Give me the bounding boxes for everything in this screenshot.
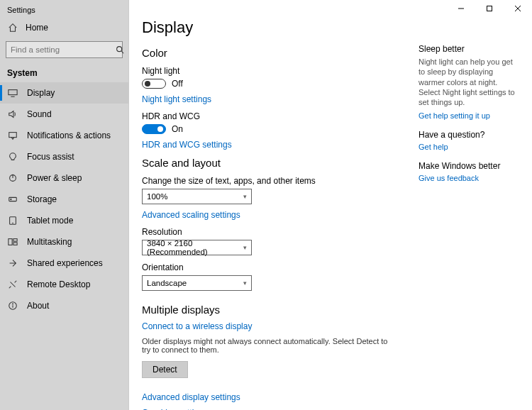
power-icon xyxy=(7,172,18,184)
sidebar-item-tablet-mode[interactable]: Tablet mode xyxy=(0,210,128,231)
connect-wireless-link[interactable]: Connect to a wireless display xyxy=(142,321,400,331)
sidebar-item-sound[interactable]: Sound xyxy=(0,104,128,125)
home-nav[interactable]: Home xyxy=(0,17,128,38)
svg-line-5 xyxy=(121,51,124,54)
feedback-link[interactable]: Give us feedback xyxy=(419,174,516,182)
tablet-icon xyxy=(7,215,18,226)
sidebar-item-multitasking[interactable]: Multitasking xyxy=(0,231,128,253)
sidebar-item-display[interactable]: Display xyxy=(0,82,128,104)
advanced-scaling-link[interactable]: Advanced scaling settings xyxy=(142,210,400,220)
section-color: Color xyxy=(142,47,400,59)
sound-icon xyxy=(7,109,18,120)
scale-label: Change the size of text, apps, and other… xyxy=(142,176,400,186)
question-title: Have a question? xyxy=(419,130,516,140)
search-input[interactable] xyxy=(11,45,115,54)
sidebar-item-power-sleep[interactable]: Power & sleep xyxy=(0,167,128,189)
search-icon xyxy=(115,44,125,55)
feedback-title: Make Windows better xyxy=(419,161,516,171)
notifications-icon xyxy=(7,130,18,141)
get-help-link[interactable]: Get help xyxy=(419,143,516,151)
svg-point-12 xyxy=(11,199,11,199)
multitasking-icon xyxy=(7,236,18,248)
about-icon xyxy=(7,300,18,311)
sidebar-item-about[interactable]: About xyxy=(0,295,128,316)
page-title: Display xyxy=(142,18,400,37)
display-icon xyxy=(7,87,18,99)
resolution-dropdown[interactable]: 3840 × 2160 (Recommended) ▾ xyxy=(142,240,252,255)
sleep-better-title: Sleep better xyxy=(419,44,516,54)
main-content: Display Color Night light Off Night ligh… xyxy=(129,0,413,410)
sidebar-item-shared-experiences[interactable]: Shared experiences xyxy=(0,253,128,274)
night-light-state: Off xyxy=(172,79,183,89)
search-box[interactable] xyxy=(6,41,123,58)
home-icon xyxy=(7,22,18,33)
svg-rect-8 xyxy=(9,133,17,138)
maximize-button[interactable] xyxy=(475,0,504,17)
close-button[interactable] xyxy=(504,0,532,17)
night-light-toggle[interactable] xyxy=(142,79,166,89)
sleep-help-link[interactable]: Get help setting it up xyxy=(419,111,516,120)
chevron-down-icon: ▾ xyxy=(243,279,247,287)
sidebar-item-focus-assist[interactable]: Focus assist xyxy=(0,146,128,167)
svg-rect-15 xyxy=(9,239,12,245)
remote-icon xyxy=(7,279,18,290)
window-title: Settings xyxy=(0,0,128,17)
minimize-button[interactable] xyxy=(447,0,475,17)
svg-rect-16 xyxy=(13,239,17,242)
section-scale: Scale and layout xyxy=(142,157,400,169)
sidebar-item-notifications[interactable]: Notifications & actions xyxy=(0,125,128,146)
advanced-display-link[interactable]: Advanced display settings xyxy=(142,392,400,402)
hdr-label: HDR and WCG xyxy=(142,111,400,121)
hdr-toggle[interactable] xyxy=(142,124,166,134)
sidebar-item-storage[interactable]: Storage xyxy=(0,189,128,210)
focus-icon xyxy=(7,151,18,162)
home-label: Home xyxy=(26,23,48,33)
svg-rect-17 xyxy=(13,243,17,245)
sleep-better-text: Night light can help you get to sleep by… xyxy=(419,57,516,107)
detect-button[interactable]: Detect xyxy=(142,361,188,378)
resolution-label: Resolution xyxy=(142,227,400,237)
chevron-down-icon: ▾ xyxy=(243,193,247,200)
section-multiple-displays: Multiple displays xyxy=(142,304,400,316)
orientation-dropdown[interactable]: Landscape ▾ xyxy=(142,275,252,291)
svg-rect-6 xyxy=(9,90,17,95)
group-label-system: System xyxy=(0,64,128,82)
night-light-settings-link[interactable]: Night light settings xyxy=(142,94,400,104)
side-info: Sleep better Night light can help you ge… xyxy=(413,0,526,410)
window-controls xyxy=(447,0,532,17)
scale-dropdown[interactable]: 100% ▾ xyxy=(142,189,252,204)
older-displays-text: Older displays might not always connect … xyxy=(142,337,397,354)
hdr-settings-link[interactable]: HDR and WCG settings xyxy=(142,140,400,150)
hdr-state: On xyxy=(172,124,183,134)
svg-rect-1 xyxy=(487,6,492,11)
svg-point-20 xyxy=(13,304,13,304)
chevron-down-icon: ▾ xyxy=(243,244,247,251)
orientation-label: Orientation xyxy=(142,262,400,272)
sidebar: Settings Home System Display Sound Notif… xyxy=(0,0,129,410)
shared-icon xyxy=(7,257,18,269)
svg-point-4 xyxy=(117,47,122,52)
storage-icon xyxy=(7,194,18,205)
sidebar-item-remote-desktop[interactable]: Remote Desktop xyxy=(0,274,128,295)
night-light-label: Night light xyxy=(142,66,400,76)
